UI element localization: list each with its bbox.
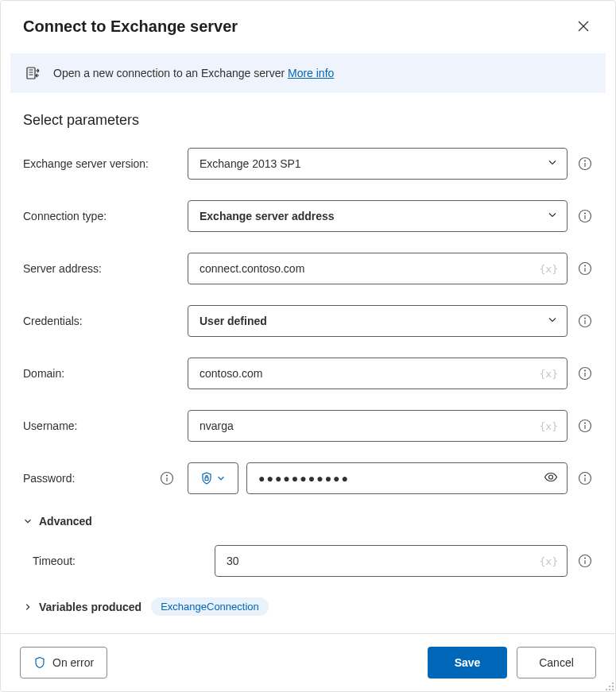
username-label: Username: [23,419,178,432]
variable-hint-icon[interactable]: {x} [540,368,558,380]
variable-hint-icon[interactable]: {x} [540,263,558,275]
cancel-button[interactable]: Cancel [517,647,596,678]
connection-type-label: Connection type: [23,210,178,222]
server-icon [25,64,42,82]
exchange-version-label: Exchange server version: [23,157,178,170]
password-label: Password: [23,470,178,486]
svg-point-8 [585,160,586,161]
domain-label: Domain: [23,367,178,380]
info-icon[interactable] [577,553,593,569]
exchange-version-select[interactable]: Exchange 2013 SP1 [188,148,568,180]
banner-message: Open a new connection to an Exchange ser… [53,67,288,79]
more-info-link[interactable]: More info [288,67,334,79]
svg-point-11 [585,213,586,214]
credentials-label: Credentials: [23,315,178,327]
password-input[interactable]: ●●●●●●●●●●● [246,462,568,494]
svg-point-31 [585,475,586,476]
timeout-value: 30 [227,555,239,567]
domain-input[interactable]: contoso.com [188,358,568,389]
svg-point-28 [549,475,553,479]
info-banner: Open a new connection to an Exchange ser… [10,53,606,93]
svg-point-39 [609,689,610,690]
server-address-value: connect.contoso.com [200,262,304,275]
svg-point-26 [167,475,168,476]
username-value: nvarga [200,419,234,432]
svg-point-17 [585,318,586,319]
close-button[interactable] [571,14,596,39]
variables-produced-toggle[interactable]: Variables produced [23,601,141,613]
info-icon[interactable] [577,365,593,381]
domain-value: contoso.com [200,367,262,380]
variable-chip[interactable]: ExchangeConnection [151,597,269,616]
server-address-input[interactable]: connect.contoso.com [188,253,568,284]
svg-point-35 [612,682,614,684]
advanced-label: Advanced [39,515,92,528]
credentials-select[interactable]: User defined [188,305,568,337]
chevron-right-icon [23,602,33,612]
dialog-title: Connect to Exchange server [23,17,238,36]
svg-point-23 [585,423,586,423]
credentials-value: User defined [200,315,267,327]
show-password-button[interactable] [544,470,558,487]
close-icon [578,21,589,32]
svg-point-34 [585,558,586,559]
svg-point-20 [585,370,586,371]
username-input[interactable]: nvarga [188,410,568,442]
svg-point-14 [585,265,586,266]
on-error-label: On error [52,656,94,669]
resize-handle[interactable] [605,681,614,690]
svg-rect-2 [27,68,35,79]
shield-outline-icon [33,656,46,669]
server-address-label: Server address: [23,262,178,275]
chevron-down-icon [23,516,33,526]
connection-type-select[interactable]: Exchange server address [188,200,568,232]
svg-rect-27 [205,477,208,481]
variables-produced-label: Variables produced [39,601,141,613]
banner-text: Open a new connection to an Exchange ser… [53,67,334,79]
on-error-button[interactable]: On error [20,647,107,678]
eye-icon [544,470,558,485]
connection-type-value: Exchange server address [200,210,335,222]
info-icon[interactable] [577,156,593,172]
info-icon[interactable] [577,261,593,276]
variable-hint-icon[interactable]: {x} [540,420,558,432]
save-button[interactable]: Save [428,647,507,678]
info-icon[interactable] [577,470,593,486]
section-title: Select parameters [23,112,593,129]
password-vault-button[interactable] [188,462,238,494]
variable-hint-icon[interactable]: {x} [540,555,558,567]
info-icon[interactable] [577,418,593,434]
svg-point-40 [612,689,614,690]
info-icon[interactable] [577,313,593,329]
info-icon[interactable] [159,470,175,486]
svg-point-38 [606,689,607,690]
timeout-input[interactable]: 30 [215,545,568,577]
info-icon[interactable] [577,208,593,224]
svg-point-36 [609,686,610,687]
timeout-label: Timeout: [33,555,205,567]
password-value: ●●●●●●●●●●● [258,472,350,485]
chevron-down-icon [216,474,226,483]
exchange-version-value: Exchange 2013 SP1 [200,157,301,170]
shield-icon [200,472,213,485]
advanced-toggle[interactable]: Advanced [23,515,593,528]
svg-point-37 [612,686,614,687]
